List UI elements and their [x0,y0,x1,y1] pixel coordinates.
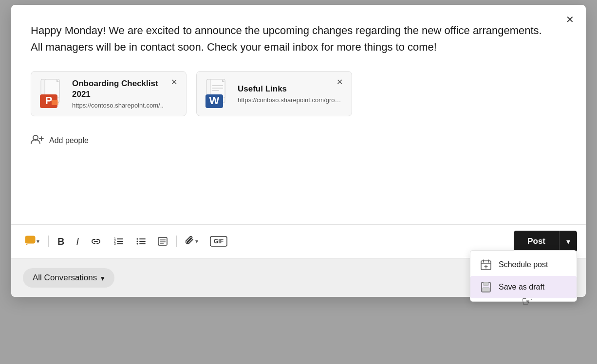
svg-rect-17 [25,236,35,243]
message-type-chevron: ▾ [37,238,39,245]
post-button[interactable]: Post [514,231,559,252]
save-draft-item[interactable]: Save as draft ☞ [470,276,577,298]
svg-text:P: P [45,94,53,107]
post-chevron-icon: ▾ [566,237,570,246]
modal-body: Happy Monday! We are excited to announce… [11,5,586,224]
message-icon [25,236,36,248]
numbered-list-button[interactable]: 1 2 3 [108,234,129,249]
attachment-title-word: Useful Links [238,84,343,94]
post-chevron-button[interactable]: ▾ [559,231,577,252]
attachment-card-ppt: P Onboarding Checklist 2021 https://cont… [31,71,187,116]
svg-point-25 [137,241,138,242]
add-people-row[interactable]: Add people [31,131,566,150]
svg-text:W: W [209,94,220,107]
schedule-post-item[interactable]: Schedule post [470,254,577,276]
attachment-button[interactable]: ▾ [181,233,203,250]
text-align-button[interactable] [153,234,172,249]
modal-overlay: ✕ Happy Monday! We are excited to announ… [0,0,597,364]
svg-rect-5 [52,100,58,105]
attachments-container: P Onboarding Checklist 2021 https://cont… [31,71,566,116]
link-button[interactable] [86,234,106,249]
post-button-group: Post ▾ [514,231,577,252]
attachment-card-word: W Useful Links https://contoso.sharepoin… [196,71,352,116]
bullet-list-button[interactable] [131,234,151,249]
attachment-info-word: Useful Links https://contoso.sharepoint.… [238,84,343,104]
attachment-url-ppt: https://contoso.sharepoint.com/.. [72,102,177,109]
svg-point-26 [137,243,138,245]
ppt-file-icon: P [40,79,65,109]
svg-text:3: 3 [114,242,116,245]
compose-toolbar: ▾ B I 1 2 3 [11,224,586,258]
svg-point-24 [137,238,138,240]
all-conversations-button[interactable]: All Conversations ▾ [23,268,114,288]
attachment-url-word: https://contoso.sharepoint.com/groups/co… [238,96,343,104]
message-type-button[interactable]: ▾ [20,232,44,251]
toolbar-sep-1 [48,236,49,247]
cursor-hand-icon: ☞ [522,294,533,309]
schedule-icon [480,259,492,270]
add-people-icon [31,134,44,147]
svg-text:GIF: GIF [214,238,224,245]
toolbar-sep-2 [176,236,177,247]
all-conversations-label: All Conversations [33,273,97,283]
message-text: Happy Monday! We are excited to announce… [31,22,542,55]
word-file-icon: W [205,79,231,109]
italic-button[interactable]: I [71,233,84,251]
compose-modal: ✕ Happy Monday! We are excited to announ… [11,5,586,297]
attachment-info-ppt: Onboarding Checklist 2021 https://contos… [72,78,177,109]
add-people-label: Add people [49,136,89,145]
schedule-post-label: Schedule post [499,260,548,269]
attachment-chevron: ▾ [195,238,198,245]
save-draft-icon [480,282,492,292]
all-conversations-chevron-icon: ▾ [101,274,105,283]
save-draft-label: Save as draft [499,283,544,291]
svg-rect-43 [484,282,488,286]
svg-rect-44 [483,288,489,291]
bold-button[interactable]: B [53,233,69,251]
gif-button[interactable]: GIF [205,233,232,250]
attachment-title-ppt: Onboarding Checklist 2021 [72,78,177,100]
remove-attachment-word[interactable]: ✕ [334,76,346,88]
remove-attachment-ppt[interactable]: ✕ [168,76,180,88]
post-dropdown-menu: Schedule post Save as draft ☞ [470,250,577,302]
close-button[interactable]: ✕ [562,12,578,27]
